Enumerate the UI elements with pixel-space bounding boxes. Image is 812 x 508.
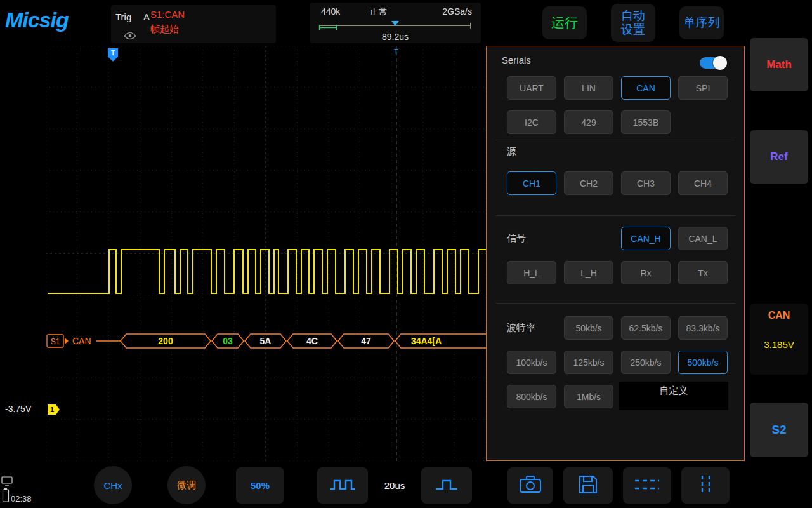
timebase-status-panel[interactable]: 440k 正常 2GSa/s 89.2us [310,3,481,43]
serials-config-panel: Serials UART LIN CAN SPI I2C 429 1553B 源… [486,46,745,461]
timebase-zoom-out-button[interactable] [317,467,368,504]
pulse-wave-icon [432,476,461,496]
run-stop-button[interactable]: 运行 [542,6,587,39]
signal-section-label: 信号 [507,232,526,244]
square-wave-icon [328,476,357,496]
baud-62k-button[interactable]: 62.5kb/s [621,316,671,340]
section-divider [495,215,735,216]
vertical-cursors-icon [694,474,717,498]
single-seq-label: 单序列 [684,16,720,30]
s2-button[interactable]: S2 [750,403,808,457]
eye-icon [124,31,136,43]
decode-arrow-icon [65,338,69,344]
baud-1m-button[interactable]: 1Mb/s [564,385,613,408]
camera-icon [518,474,543,497]
waveform-display[interactable]: TTS1CAN200035A4C4734A4[A1 [46,46,486,461]
baud-250k-button[interactable]: 250kb/s [621,351,671,374]
trigger-50pct-button[interactable]: 50% [236,467,284,504]
timeline-right-tick [470,23,471,29]
source-ch4-button[interactable]: CH4 [678,171,728,195]
baud-section-label: 波特率 [507,322,535,334]
protocol-can-button[interactable]: CAN [621,76,671,100]
timebase-label: 20us [384,480,405,491]
trig-source-label: S1:CAN [150,9,185,20]
baud-800k-button[interactable]: 800kb/s [507,385,556,408]
decode-frame-value: 200 [158,336,173,346]
baud-125k-button[interactable]: 125kb/s [564,351,613,374]
screenshot-button[interactable] [508,467,553,504]
section-divider [495,140,735,140]
source-ch3-button[interactable]: CH3 [621,171,671,195]
protocol-spi-button[interactable]: SPI [678,76,728,100]
source-ch1-button[interactable]: CH1 [507,171,556,195]
baud-83k-button[interactable]: 83.3kb/s [678,316,728,340]
horizontal-cursors-icon [632,475,662,497]
source-ch2-button[interactable]: CH2 [564,171,613,195]
source-section-label: 源 [507,146,516,158]
decode-frame-value: 34A4[A [411,336,442,346]
sample-rate-label: 2GSa/s [442,6,472,17]
signal-hl-button[interactable]: H_L [507,261,556,284]
s2-label: S2 [771,423,786,437]
fine-adjust-button[interactable]: 微调 [167,466,206,504]
trigger-time-marker[interactable]: T [394,48,398,55]
single-seq-button[interactable]: 单序列 [679,6,724,39]
auto-setup-label-2: 设置 [621,23,645,37]
signal-tx-button[interactable]: Tx [678,261,728,284]
timebase-value[interactable]: 20us [370,471,419,500]
protocol-uart-button[interactable]: UART [507,76,556,100]
serials-enable-toggle[interactable] [700,57,725,69]
auto-setup-button[interactable]: 自动 设置 [611,4,655,42]
s1-bus-label: CAN [768,310,790,321]
baud-100k-button[interactable]: 100kb/s [507,351,556,374]
auto-setup-label-1: 自动 [621,9,645,23]
decode-frame-value: 47 [361,336,371,346]
decode-frame-value: 5A [260,336,272,346]
trigger-status-panel[interactable]: Trig A S1:CAN 帧起始 [111,5,276,43]
battery-icon [2,488,10,505]
fine-adjust-label: 微调 [177,479,196,491]
baud-custom-button[interactable]: 自定义 [619,382,728,410]
clock-label: 02:38 [11,494,32,504]
trigger-delay-value: 89.2us [310,32,481,42]
baud-50k-button[interactable]: 50kb/s [564,316,613,340]
trig-kind-label: 帧起始 [150,23,179,36]
memory-depth-label: 440k [321,6,340,17]
timebase-zoom-in-button[interactable] [421,467,472,504]
signal-canh-button[interactable]: CAN_H [621,227,671,250]
s1-threshold-value: 3.185V [764,339,794,350]
oscilloscope-app: Micsig Trig A S1:CAN 帧起始 440k 正常 2GSa/s … [0,0,812,508]
can-waveform-trace [48,250,486,293]
protocol-i2c-button[interactable]: I2C [507,110,556,134]
baud-500k-button[interactable]: 500kb/s [678,351,728,374]
trig-label: Trig [115,11,131,22]
run-stop-label: 运行 [551,15,578,30]
channel1-badge: 1 [50,406,54,413]
signal-lh-button[interactable]: L_H [564,261,613,284]
acquire-mode-label: 正常 [370,6,388,18]
protocol-1553b-button[interactable]: 1553B [621,110,671,134]
save-button[interactable] [563,467,613,504]
decode-frame-value: 4C [306,336,318,346]
math-button[interactable]: Math [750,38,808,91]
trigger-delay-marker[interactable] [391,21,399,26]
protocol-429-button[interactable]: 429 [564,110,613,134]
decode-frame-value: 03 [223,336,233,346]
display-icon [1,476,13,488]
trigger-50pct-label: 50% [251,480,270,491]
ref-label: Ref [770,150,787,163]
section-divider [495,303,735,304]
protocol-lin-button[interactable]: LIN [564,76,613,100]
signal-canl-button[interactable]: CAN_L [678,227,728,250]
panel-title: Serials [502,55,531,65]
vertical-cursors-button[interactable] [681,467,730,504]
ref-button[interactable]: Ref [750,130,808,184]
toggle-knob [713,56,727,70]
trig-slot-label: A [143,11,150,22]
channel-select-label: CHx [103,480,122,491]
signal-rx-button[interactable]: Rx [621,261,671,284]
channel-select-button[interactable]: CHx [94,466,132,504]
horizontal-cursors-button[interactable] [623,467,671,504]
brand-logo: Micsig [5,8,69,32]
s1-can-indicator[interactable]: CAN 3.185V [750,304,808,375]
